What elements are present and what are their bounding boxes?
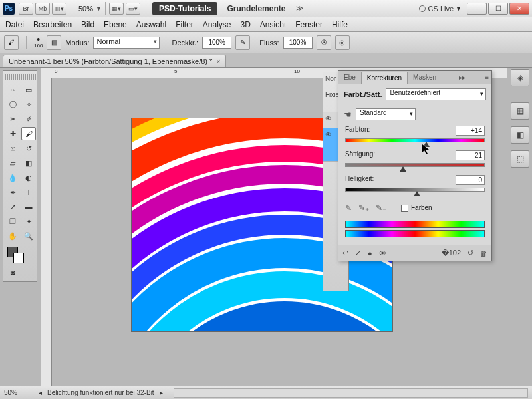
background-swatch[interactable] <box>13 253 24 263</box>
dock-styles-icon[interactable]: ⬚ <box>511 150 529 168</box>
gradient-tool[interactable]: ◧ <box>21 156 36 170</box>
opacity-label: Deckkr.: <box>172 39 198 47</box>
panel-expand-icon[interactable]: ▸▸ <box>456 74 468 81</box>
tablet-pressure-icon[interactable]: ◎ <box>335 35 350 50</box>
prev-state-icon[interactable]: �102 <box>442 249 461 257</box>
arrange-button[interactable]: ▦▾ <box>109 3 124 15</box>
bridge-button[interactable]: Br <box>19 3 33 15</box>
3d-tool[interactable]: ❒ <box>5 215 20 228</box>
hue-value[interactable]: +14 <box>456 126 485 136</box>
dock-layers-icon[interactable]: ◈ <box>511 69 529 86</box>
brush-preview-icon[interactable]: • <box>34 36 43 43</box>
opacity-pressure-icon[interactable]: ✎ <box>235 35 250 50</box>
cs-live-button[interactable]: CS Live▼ <box>419 5 462 13</box>
opacity-input[interactable]: 100% <box>202 37 231 49</box>
maximize-button[interactable]: ☐ <box>488 3 508 15</box>
brush-panel-button[interactable]: ▤ <box>47 35 61 50</box>
close-tab-icon[interactable]: × <box>216 58 220 65</box>
workspace-grundelemente[interactable]: Grundelemente <box>220 2 292 15</box>
blur-tool[interactable]: 💧 <box>5 171 20 184</box>
tools-grip[interactable] <box>5 74 36 80</box>
menu-auswahl[interactable]: Auswahl <box>136 20 166 29</box>
menu-bearbeiten[interactable]: Bearbeiten <box>33 20 72 29</box>
saturation-slider[interactable] <box>345 163 485 167</box>
eyedropper-icon[interactable]: ✎ <box>345 203 352 213</box>
panel-footer: ↩ ⤢ ● 👁 �102 ↺ 🗑 <box>338 245 491 261</box>
status-bar: 50% ◂ Belichtung funktioniert nur bei 32… <box>0 386 532 399</box>
tab-ebenen-peek[interactable]: Ebe <box>338 71 361 84</box>
shape-tool[interactable]: ▬ <box>21 200 36 213</box>
workspace-more-icon[interactable]: ≫ <box>296 4 304 13</box>
foreground-swatch[interactable] <box>7 247 18 257</box>
eyedropper-add-icon[interactable]: ✎₊ <box>358 203 369 213</box>
clip-icon[interactable]: ● <box>368 249 372 257</box>
preset-select[interactable]: Benutzerdefiniert <box>386 88 486 100</box>
flow-label: Fluss: <box>259 39 279 47</box>
heal-tool[interactable]: ✚ <box>5 127 20 140</box>
status-zoom[interactable]: 50% <box>4 389 33 396</box>
stamp-tool[interactable]: ⏍ <box>5 142 20 155</box>
hand-scrub-icon[interactable]: ☚ <box>344 110 352 120</box>
dodge-tool[interactable]: ◐ <box>21 171 36 184</box>
flow-input[interactable]: 100% <box>283 37 313 49</box>
tab-korrekturen[interactable]: Korrekturen <box>361 72 408 84</box>
zoom-level[interactable]: 50% <box>76 5 96 13</box>
lightness-slider[interactable] <box>345 188 485 192</box>
menu-filter[interactable]: Filter <box>176 20 194 29</box>
menu-fenster[interactable]: Fenster <box>295 20 323 29</box>
hand-tool[interactable]: ✋ <box>5 229 20 243</box>
tool-preset-icon[interactable]: 🖌 <box>4 35 19 50</box>
menu-bild[interactable]: Bild <box>81 20 94 29</box>
eyedropper-tool[interactable]: ✐ <box>21 112 36 126</box>
minimize-button[interactable]: — <box>467 3 487 15</box>
tab-masken[interactable]: Masken <box>408 71 442 84</box>
menu-bar: Datei Bearbeiten Bild Ebene Auswahl Filt… <box>0 17 532 32</box>
wand-tool[interactable]: ✧ <box>21 98 36 111</box>
lasso-tool[interactable]: ⓛ <box>5 98 20 111</box>
crop-tool[interactable]: ✂ <box>5 112 20 126</box>
menu-datei[interactable]: Datei <box>5 20 24 29</box>
colorize-checkbox[interactable]: Färben <box>401 204 432 212</box>
close-button[interactable]: ✕ <box>509 3 529 15</box>
extras-button[interactable]: ▥▾ <box>52 3 66 15</box>
history-brush-tool[interactable]: ↺ <box>21 142 36 155</box>
quickmask-button[interactable]: ◙ <box>5 265 20 279</box>
pen-tool[interactable]: ✒ <box>5 186 20 199</box>
workspace-psd-tutorials[interactable]: PSD-Tutorials <box>152 2 217 15</box>
range-select[interactable]: Standard <box>356 108 416 120</box>
dock-swatches-icon[interactable]: ▦ <box>511 102 529 120</box>
menu-ansicht[interactable]: Ansicht <box>260 20 286 29</box>
panel-menu-icon[interactable]: ≡ <box>482 74 491 81</box>
path-select-tool[interactable]: ↗ <box>5 200 20 213</box>
menu-3d[interactable]: 3D <box>241 20 251 29</box>
color-swatches[interactable] <box>5 244 20 264</box>
menu-analyse[interactable]: Analyse <box>203 20 231 29</box>
menu-ebene[interactable]: Ebene <box>104 20 127 29</box>
marquee-tool[interactable]: ▭ <box>21 83 36 96</box>
blend-mode-select[interactable]: Normal <box>93 37 160 49</box>
visibility-icon[interactable]: 👁 <box>379 249 386 257</box>
screenmode-button[interactable]: ▭▾ <box>126 3 140 15</box>
back-icon[interactable]: ↩ <box>342 249 348 257</box>
saturation-value[interactable]: -21 <box>456 150 485 160</box>
move-tool[interactable]: ↔ <box>5 83 20 96</box>
horizontal-scrollbar[interactable] <box>174 388 528 398</box>
dock-adjust-icon[interactable]: ◧ <box>511 126 529 144</box>
reset-icon[interactable]: ↺ <box>467 249 473 257</box>
eyedropper-sub-icon[interactable]: ✎₋ <box>376 203 386 213</box>
expand-icon[interactable]: ⤢ <box>355 249 361 257</box>
status-next-icon[interactable]: ▸ <box>160 389 163 396</box>
lightness-value[interactable]: 0 <box>456 175 485 185</box>
eraser-tool[interactable]: ▱ <box>5 156 20 170</box>
airbrush-icon[interactable]: ✇ <box>317 35 331 50</box>
menu-hilfe[interactable]: Hilfe <box>332 20 348 29</box>
hue-slider[interactable] <box>345 138 485 142</box>
brush-tool[interactable]: 🖌 <box>21 127 36 140</box>
document-tab[interactable]: Unbenannt-1 bei 50% (Farbton/Sättigung 1… <box>3 55 226 67</box>
minibridge-button[interactable]: Mb <box>35 3 50 15</box>
type-tool[interactable]: T <box>21 186 36 199</box>
3d-camera-tool[interactable]: ✦ <box>21 215 36 228</box>
status-prev-icon[interactable]: ◂ <box>39 389 42 396</box>
trash-icon[interactable]: 🗑 <box>480 249 487 257</box>
zoom-tool[interactable]: 🔍 <box>21 229 36 243</box>
